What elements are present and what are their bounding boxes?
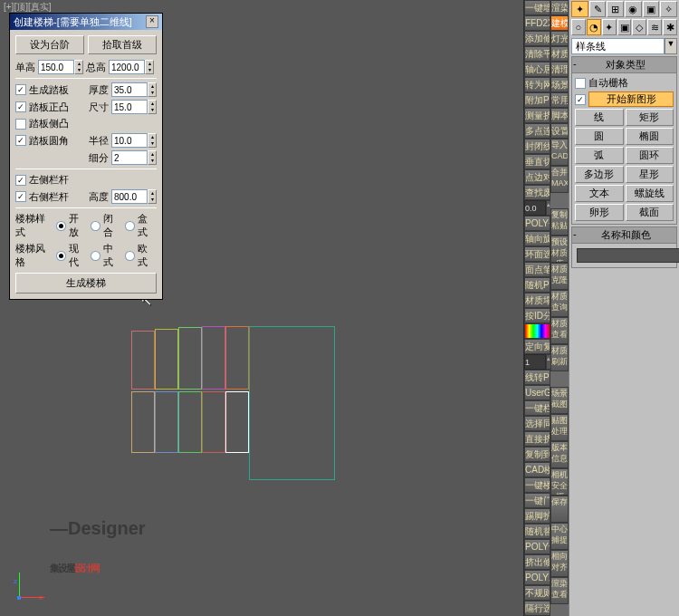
autogrid-checkbox[interactable] (575, 78, 586, 89)
tool-button[interactable]: 按ID分离 (524, 308, 550, 323)
shape-button[interactable]: 螺旋线 (626, 185, 674, 202)
shapes-icon[interactable]: ◔ (587, 19, 601, 35)
shape-button[interactable]: 文本 (575, 185, 624, 202)
color-bar[interactable] (524, 323, 550, 339)
tool-button[interactable]: 查找废点 (524, 185, 550, 200)
shape-button[interactable]: 圆环 (626, 147, 674, 164)
tool-button[interactable]: 附加POLY* (524, 92, 550, 108)
startshape-checkbox[interactable]: ✓ (575, 94, 586, 105)
tool-button[interactable]: 相向对齐 (550, 550, 569, 577)
tool-button[interactable]: 一键墙体 (524, 0, 550, 15)
shape-rect[interactable] (225, 326, 249, 390)
axis-gizmo[interactable]: zx (14, 571, 46, 603)
set-step-button[interactable]: 设为台阶 (15, 35, 84, 54)
tool-button[interactable]: 贴图处理 (550, 414, 569, 441)
shape-rect[interactable] (131, 391, 155, 453)
radius-spinner[interactable]: ▴▾ (111, 133, 157, 148)
tool-button[interactable]: 材质查询 (550, 290, 569, 317)
tool-button[interactable]: 渲染查看 (550, 577, 569, 604)
shape-rect[interactable] (131, 331, 155, 390)
tool-button[interactable]: 常用 (550, 92, 569, 108)
tool-button[interactable]: 点边对齐 (524, 169, 550, 185)
modify-tab-icon[interactable]: ✎ (589, 1, 607, 17)
mode-modern-radio[interactable] (56, 251, 66, 261)
tool-button[interactable]: 材质刷新 (550, 344, 569, 371)
tool-button[interactable]: FFD2X2* (524, 15, 550, 31)
tool-button[interactable]: 导入CAD (550, 139, 569, 166)
left-rail-checkbox[interactable]: ✓ (15, 175, 26, 186)
tool-button[interactable]: 相机安全框 (550, 468, 569, 496)
tool-button[interactable]: 材质塌陷 (524, 293, 550, 308)
tool-button[interactable]: POLY分段* (524, 216, 550, 231)
concave-checkbox[interactable] (15, 119, 26, 130)
tool-button[interactable]: CAD楼梯 (524, 462, 550, 477)
create-tab-icon[interactable]: ✦ (571, 1, 588, 17)
systems-icon[interactable]: ✱ (663, 19, 677, 35)
subcategory-dropdown[interactable]: 样条线▼ (571, 38, 677, 54)
shape-rect[interactable] (178, 327, 202, 390)
shape-rect[interactable] (202, 326, 225, 390)
tool-button[interactable]: 选择同色 (524, 416, 550, 431)
tool-button[interactable]: 版本信息 (550, 441, 569, 468)
mode-mid-radio[interactable] (91, 251, 100, 261)
tool-button[interactable]: 合并MAX (550, 166, 569, 193)
tool-button[interactable]: 一键门 (524, 493, 550, 508)
single-height-spinner[interactable]: ▴▾ (38, 60, 83, 74)
space-warps-icon[interactable]: ≋ (647, 19, 662, 35)
mode-euro-radio[interactable] (125, 251, 135, 261)
tool-button[interactable]: 封闭线条 (524, 139, 550, 154)
seg-spinner[interactable]: ▴▾ (111, 150, 157, 165)
shape-rect[interactable] (249, 326, 335, 480)
tool-button[interactable]: 垂直切边 (524, 154, 550, 169)
style-box-radio[interactable] (125, 221, 135, 231)
pick-first-button[interactable]: 拾取首级 (88, 35, 157, 54)
tool-button[interactable]: 轴心居中 (524, 62, 550, 77)
tool-button[interactable]: 清除平滑 (524, 46, 550, 62)
tool-button[interactable]: 一键楼梯 (524, 477, 550, 493)
tool-button[interactable]: UserGrid (524, 385, 550, 400)
cameras-icon[interactable]: ▣ (617, 19, 632, 35)
tool-button[interactable]: POLY工具 (524, 570, 550, 585)
viewport-label[interactable]: [+][顶][真实] (4, 1, 52, 14)
geometry-icon[interactable]: ○ (571, 19, 586, 35)
name-color-rollout[interactable]: -名称和颜色 (571, 226, 677, 244)
close-icon[interactable]: × (146, 15, 158, 28)
tool-button[interactable]: 场景截图 (550, 387, 569, 414)
tool-button[interactable]: 踢脚护墙 (524, 508, 550, 524)
tool-button[interactable]: 测量挤出 (524, 108, 550, 123)
shape-button[interactable]: 卵形 (575, 204, 624, 221)
round-checkbox[interactable]: ✓ (15, 135, 26, 146)
shape-rect[interactable] (155, 391, 178, 453)
tool-button[interactable]: 场景 (550, 77, 569, 92)
board-checkbox[interactable]: ✓ (15, 84, 26, 95)
shape-button[interactable]: 圆 (575, 128, 624, 145)
shape-rect-selected[interactable] (225, 391, 249, 453)
object-name-input[interactable] (577, 248, 679, 263)
tool-button[interactable]: 脚本 (550, 108, 569, 123)
shape-button[interactable]: 多边形 (575, 166, 624, 183)
tool-button[interactable]: 线转POLY (524, 370, 550, 385)
convex-checkbox[interactable]: ✓ (15, 101, 26, 112)
tool-button[interactable]: POLY切片 (524, 539, 550, 554)
tool-button[interactable]: 随机POLY (524, 277, 550, 293)
tool-button[interactable]: 设置 (550, 123, 569, 139)
tool-button[interactable]: 材质克隆 (550, 263, 569, 290)
tool-button[interactable]: 预设材质库 (550, 236, 569, 263)
tool-button[interactable]: 建模 (550, 15, 569, 31)
shape-button[interactable]: 截面 (626, 204, 674, 221)
tool-button[interactable]: 直接挤出 (524, 431, 550, 447)
rail-height-spinner[interactable]: ▴▾ (111, 189, 157, 204)
shape-button[interactable]: 星形 (626, 166, 674, 183)
thickness-spinner[interactable]: ▴▾ (111, 82, 157, 97)
tool-button[interactable]: 清理 (550, 62, 569, 77)
start-new-shape-button[interactable]: 开始新图形 (588, 91, 674, 107)
tool-button[interactable]: 材质查看 (550, 317, 569, 344)
lights-icon[interactable]: ✦ (602, 19, 617, 35)
tool-button[interactable]: 挤出修复 (524, 554, 550, 570)
tool-button[interactable]: 中心捕捉 (550, 523, 569, 550)
tool-button[interactable]: 渲染 (550, 0, 569, 15)
style-open-radio[interactable] (56, 221, 66, 231)
tool-button[interactable]: 转为网格 (524, 77, 550, 92)
tool-button[interactable]: 复制粘贴 (550, 208, 569, 236)
size-spinner[interactable]: ▴▾ (111, 100, 157, 114)
